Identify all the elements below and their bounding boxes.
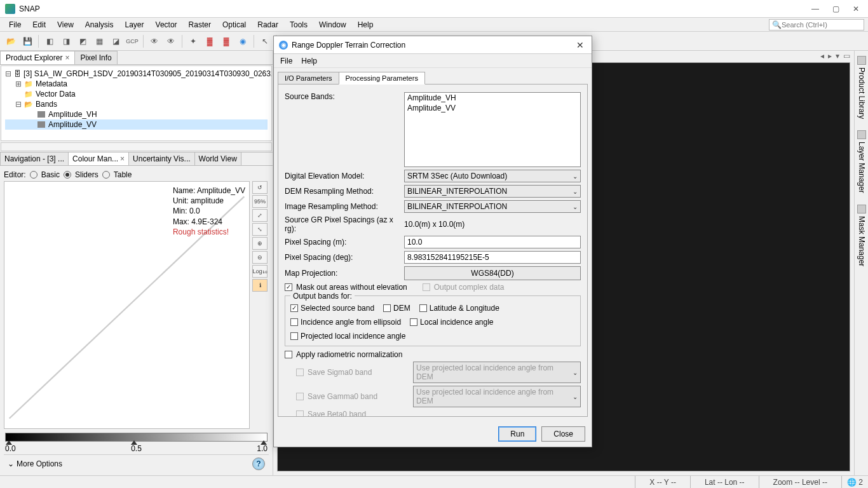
btn-info-icon[interactable]: ℹ xyxy=(252,279,268,292)
tool-view1-icon[interactable]: 👁 xyxy=(147,34,161,48)
slider-handle-left[interactable] xyxy=(6,440,12,445)
tab-colour-manipulation[interactable]: Colour Man...× xyxy=(68,152,129,166)
tool-gcp-icon[interactable]: GCP xyxy=(125,34,139,48)
btn-log10[interactable]: Log₁₀ xyxy=(252,265,268,278)
menu-analysis[interactable]: Analysis xyxy=(80,19,119,30)
gradient-slider[interactable] xyxy=(5,433,268,442)
source-bands-listbox[interactable]: Amplitude_VH Amplitude_VV xyxy=(404,92,581,167)
search-input[interactable] xyxy=(782,21,861,29)
pixel-spacing-deg-input[interactable] xyxy=(404,251,581,264)
search-icon: 🔍 xyxy=(772,20,782,29)
chevron-icon[interactable]: ⌄ xyxy=(8,459,14,468)
tool-globe-icon[interactable]: ◉ xyxy=(236,34,250,48)
menu-view[interactable]: View xyxy=(52,19,79,30)
dlg-menu-file[interactable]: File xyxy=(280,57,292,65)
tool-raster2-icon[interactable]: ▓ xyxy=(219,34,233,48)
radio-sliders[interactable] xyxy=(64,171,71,179)
histogram-canvas[interactable]: Name: Amplitude_VV Unit: amplitude Min: … xyxy=(4,181,250,429)
minimize-button[interactable]: — xyxy=(811,4,820,13)
tool-open-icon[interactable]: 📂 xyxy=(4,34,18,48)
radio-table[interactable] xyxy=(102,171,110,179)
btn-stretch-icon[interactable]: ⤢ xyxy=(252,209,268,222)
tab-pixel-info[interactable]: Pixel Info xyxy=(74,51,117,64)
tab-world-view[interactable]: World View xyxy=(194,152,241,166)
menu-vector[interactable]: Vector xyxy=(151,19,182,30)
pixel-spacing-m-input[interactable] xyxy=(404,236,581,248)
chk-dem[interactable] xyxy=(383,304,391,312)
menu-edit[interactable]: Edit xyxy=(27,19,51,30)
menu-help[interactable]: Help xyxy=(353,19,379,30)
tab-uncertainty-vis[interactable]: Uncertainty Vis... xyxy=(128,152,194,166)
slider-handle-right[interactable] xyxy=(261,440,267,445)
dem-dropdown[interactable]: SRTM 3Sec (Auto Download)⌄ xyxy=(404,170,581,182)
tool-raster1-icon[interactable]: ▓ xyxy=(203,34,217,48)
product-tree[interactable]: ⊟🗄[3] S1A_IW_GRDH_1SDV_20190314T030905_2… xyxy=(1,65,272,141)
chk-selected-source[interactable] xyxy=(290,304,298,312)
maximize-button[interactable]: ▢ xyxy=(831,4,840,13)
menu-tools[interactable]: Tools xyxy=(285,19,313,30)
tree-metadata[interactable]: ⊞📁Metadata xyxy=(5,79,268,89)
tab-navigation[interactable]: Navigation - [3] ... xyxy=(0,152,69,166)
tree-band-vv[interactable]: Amplitude_VV xyxy=(5,119,268,130)
menu-radar[interactable]: Radar xyxy=(252,19,283,30)
nav-prev-icon[interactable]: ◂ xyxy=(820,51,824,60)
menu-window[interactable]: Window xyxy=(314,19,351,30)
more-options-label[interactable]: More Options xyxy=(17,459,62,468)
rail-mask-manager[interactable]: Mask Manager xyxy=(857,202,866,269)
list-item[interactable]: Amplitude_VV xyxy=(405,103,580,113)
tool-grid-icon[interactable]: ▦ xyxy=(92,34,106,48)
dialog-close-icon[interactable]: ✕ xyxy=(574,40,587,50)
menu-optical[interactable]: Optical xyxy=(217,19,251,30)
tree-vector-data[interactable]: 📁Vector Data xyxy=(5,89,268,99)
list-item[interactable]: Amplitude_VH xyxy=(405,93,580,103)
radio-basic[interactable] xyxy=(30,171,37,179)
run-button[interactable]: Run xyxy=(498,426,536,442)
tool-layer-icon[interactable]: ◧ xyxy=(43,34,57,48)
tool-save-icon[interactable]: 💾 xyxy=(20,34,34,48)
tree-bands[interactable]: ⊟📂Bands xyxy=(5,99,268,109)
menu-file[interactable]: File xyxy=(4,19,26,30)
tool-mask-icon[interactable]: ◨ xyxy=(59,34,73,48)
nav-next-icon[interactable]: ▸ xyxy=(828,51,832,60)
tree-product[interactable]: ⊟🗄[3] S1A_IW_GRDH_1SDV_20190314T030905_2… xyxy=(5,69,268,79)
map-projection-button[interactable]: WGS84(DD) xyxy=(404,266,581,280)
close-button[interactable]: ✕ xyxy=(851,4,860,13)
menu-layer[interactable]: Layer xyxy=(120,19,149,30)
btn-95pct[interactable]: 95% xyxy=(252,195,268,208)
tool-view2-icon[interactable]: 👁 xyxy=(164,34,178,48)
btn-reset-icon[interactable]: ↺ xyxy=(252,181,268,194)
close-icon[interactable]: × xyxy=(65,53,69,62)
dlg-menu-help[interactable]: Help xyxy=(301,57,317,65)
rail-layer-manager[interactable]: Layer Manager xyxy=(857,128,866,196)
btn-shrink-icon[interactable]: ⤡ xyxy=(252,223,268,236)
tool-vector-icon[interactable]: ◪ xyxy=(109,34,123,48)
tool-spectrum-icon[interactable]: ✦ xyxy=(186,34,200,48)
rail-product-library[interactable]: Product Library xyxy=(857,53,866,121)
slider-handle-mid[interactable] xyxy=(131,440,137,445)
menu-raster[interactable]: Raster xyxy=(184,19,216,30)
dem-resamp-dropdown[interactable]: BILINEAR_INTERPOLATION⌄ xyxy=(404,185,581,198)
chk-latlon[interactable] xyxy=(419,304,427,312)
img-resamp-dropdown[interactable]: BILINEAR_INTERPOLATION⌄ xyxy=(404,200,581,213)
btn-zoomout-icon[interactable]: ⊖ xyxy=(252,251,268,264)
tool-roi-icon[interactable]: ◩ xyxy=(76,34,90,48)
tab-io-parameters[interactable]: I/O Parameters xyxy=(278,72,339,85)
btn-zoomin-icon[interactable]: ⊕ xyxy=(252,237,268,250)
chk-apply-radiometric[interactable] xyxy=(285,351,292,358)
chk-mask-elevation[interactable] xyxy=(285,283,292,291)
nav-dropdown-icon[interactable]: ▾ xyxy=(836,51,839,60)
chk-local-incidence[interactable] xyxy=(410,318,417,326)
chk-inc-ellipsoid[interactable] xyxy=(290,318,298,326)
search-box[interactable]: 🔍 xyxy=(769,19,864,30)
close-icon[interactable]: × xyxy=(120,154,125,163)
help-icon[interactable]: ? xyxy=(252,458,265,470)
tab-processing-parameters[interactable]: Processing Parameters xyxy=(339,72,425,85)
chk-proj-local-incidence[interactable] xyxy=(290,332,298,340)
tool-pointer-icon[interactable]: ↖ xyxy=(258,34,272,48)
tree-hscrollbar[interactable] xyxy=(1,142,272,151)
tree-band-vh[interactable]: Amplitude_VH xyxy=(5,109,268,119)
dialog-titlebar[interactable]: ◉ Range Doppler Terrain Correction ✕ xyxy=(274,36,592,54)
nav-max-icon[interactable]: ▭ xyxy=(843,51,850,60)
tab-product-explorer[interactable]: Product Explorer × xyxy=(0,51,75,64)
close-button[interactable]: Close xyxy=(541,426,585,442)
